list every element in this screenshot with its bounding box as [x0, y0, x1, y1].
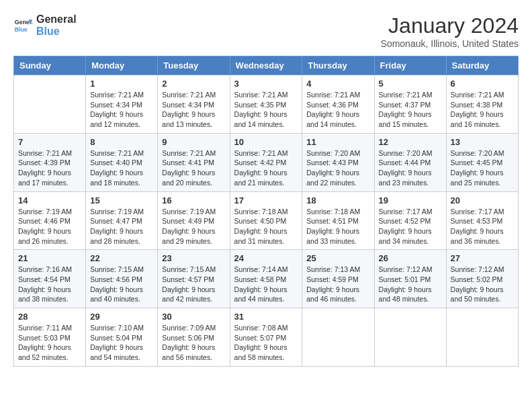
day-info: Sunrise: 7:11 AMSunset: 5:03 PMDaylight:… [18, 323, 81, 363]
day-number: 8 [90, 137, 153, 147]
calendar-cell: 23Sunrise: 7:15 AMSunset: 4:57 PMDayligh… [158, 250, 230, 308]
calendar-cell: 24Sunrise: 7:14 AMSunset: 4:58 PMDayligh… [230, 250, 302, 308]
calendar-cell: 8Sunrise: 7:21 AMSunset: 4:40 PMDaylight… [86, 133, 158, 191]
calendar-cell: 15Sunrise: 7:19 AMSunset: 4:47 PMDayligh… [86, 191, 158, 250]
calendar-cell: 1Sunrise: 7:21 AMSunset: 4:34 PMDaylight… [86, 75, 158, 134]
day-number: 31 [234, 312, 298, 322]
day-number: 18 [306, 195, 369, 205]
day-number: 9 [162, 137, 225, 147]
day-header-sunday: Sunday [14, 56, 86, 75]
calendar-week-3: 14Sunrise: 7:19 AMSunset: 4:46 PMDayligh… [14, 191, 519, 250]
day-info: Sunrise: 7:12 AMSunset: 5:01 PMDaylight:… [379, 265, 442, 304]
day-number: 30 [162, 312, 225, 322]
calendar-cell: 21Sunrise: 7:16 AMSunset: 4:54 PMDayligh… [14, 250, 86, 308]
day-number: 28 [18, 312, 81, 322]
logo-blue: Blue [36, 26, 77, 38]
day-info: Sunrise: 7:19 AMSunset: 4:49 PMDaylight:… [162, 207, 225, 246]
day-info: Sunrise: 7:10 AMSunset: 5:04 PMDaylight:… [90, 323, 153, 363]
day-number: 23 [162, 253, 225, 263]
day-number: 6 [451, 79, 514, 89]
calendar-cell: 2Sunrise: 7:21 AMSunset: 4:34 PMDaylight… [158, 75, 230, 134]
calendar-cell: 27Sunrise: 7:12 AMSunset: 5:02 PMDayligh… [446, 250, 518, 308]
calendar-cell: 29Sunrise: 7:10 AMSunset: 5:04 PMDayligh… [86, 308, 158, 367]
day-info: Sunrise: 7:21 AMSunset: 4:39 PMDaylight:… [18, 148, 81, 188]
day-number: 13 [451, 137, 514, 147]
logo-icon: General Blue [13, 16, 32, 35]
calendar-cell: 20Sunrise: 7:17 AMSunset: 4:53 PMDayligh… [446, 191, 518, 250]
calendar-cell [374, 308, 446, 367]
calendar-week-2: 7Sunrise: 7:21 AMSunset: 4:39 PMDaylight… [14, 133, 519, 191]
calendar-cell: 6Sunrise: 7:21 AMSunset: 4:38 PMDaylight… [446, 75, 518, 134]
day-info: Sunrise: 7:14 AMSunset: 4:58 PMDaylight:… [234, 265, 298, 304]
day-info: Sunrise: 7:20 AMSunset: 4:43 PMDaylight:… [306, 148, 369, 188]
day-number: 7 [18, 137, 81, 147]
calendar-cell: 31Sunrise: 7:08 AMSunset: 5:07 PMDayligh… [230, 308, 302, 367]
calendar-cell: 9Sunrise: 7:21 AMSunset: 4:41 PMDaylight… [158, 133, 230, 191]
day-number: 24 [234, 253, 298, 263]
day-info: Sunrise: 7:20 AMSunset: 4:44 PMDaylight:… [379, 148, 442, 188]
day-header-saturday: Saturday [446, 56, 518, 75]
calendar-cell: 12Sunrise: 7:20 AMSunset: 4:44 PMDayligh… [374, 133, 446, 191]
calendar-cell: 13Sunrise: 7:20 AMSunset: 4:45 PMDayligh… [446, 133, 518, 191]
calendar-cell: 16Sunrise: 7:19 AMSunset: 4:49 PMDayligh… [158, 191, 230, 250]
day-info: Sunrise: 7:08 AMSunset: 5:07 PMDaylight:… [234, 323, 298, 363]
calendar-cell: 25Sunrise: 7:13 AMSunset: 4:59 PMDayligh… [302, 250, 374, 308]
day-info: Sunrise: 7:15 AMSunset: 4:56 PMDaylight:… [90, 265, 153, 304]
calendar-cell [446, 308, 518, 367]
day-number: 11 [306, 137, 369, 147]
calendar-week-4: 21Sunrise: 7:16 AMSunset: 4:54 PMDayligh… [14, 250, 519, 308]
day-number: 1 [90, 79, 153, 89]
calendar-week-1: 1Sunrise: 7:21 AMSunset: 4:34 PMDaylight… [14, 75, 519, 134]
day-info: Sunrise: 7:09 AMSunset: 5:06 PMDaylight:… [162, 323, 225, 363]
day-number: 19 [379, 195, 442, 205]
day-number: 21 [18, 253, 81, 263]
day-header-friday: Friday [374, 56, 446, 75]
day-header-wednesday: Wednesday [230, 56, 302, 75]
calendar-cell: 19Sunrise: 7:17 AMSunset: 4:52 PMDayligh… [374, 191, 446, 250]
calendar-cell: 4Sunrise: 7:21 AMSunset: 4:36 PMDaylight… [302, 75, 374, 134]
day-info: Sunrise: 7:21 AMSunset: 4:35 PMDaylight:… [234, 90, 298, 130]
day-info: Sunrise: 7:21 AMSunset: 4:36 PMDaylight:… [306, 90, 369, 130]
day-info: Sunrise: 7:12 AMSunset: 5:02 PMDaylight:… [451, 265, 514, 304]
day-number: 5 [379, 79, 442, 89]
day-number: 10 [234, 137, 298, 147]
day-info: Sunrise: 7:21 AMSunset: 4:40 PMDaylight:… [90, 148, 153, 188]
day-number: 14 [18, 195, 81, 205]
page-header: General Blue General Blue January 2024 S… [13, 13, 519, 49]
calendar-cell: 10Sunrise: 7:21 AMSunset: 4:42 PMDayligh… [230, 133, 302, 191]
logo: General Blue General Blue [13, 13, 77, 37]
month-title: January 2024 [381, 13, 519, 38]
day-info: Sunrise: 7:21 AMSunset: 4:42 PMDaylight:… [234, 148, 298, 188]
day-number: 20 [451, 195, 514, 205]
calendar-cell: 11Sunrise: 7:20 AMSunset: 4:43 PMDayligh… [302, 133, 374, 191]
svg-text:Blue: Blue [15, 26, 28, 32]
calendar-cell: 7Sunrise: 7:21 AMSunset: 4:39 PMDaylight… [14, 133, 86, 191]
day-info: Sunrise: 7:21 AMSunset: 4:37 PMDaylight:… [379, 90, 442, 130]
day-info: Sunrise: 7:21 AMSunset: 4:34 PMDaylight:… [162, 90, 225, 130]
day-info: Sunrise: 7:17 AMSunset: 4:52 PMDaylight:… [379, 207, 442, 246]
calendar-week-5: 28Sunrise: 7:11 AMSunset: 5:03 PMDayligh… [14, 308, 519, 367]
day-number: 17 [234, 195, 298, 205]
day-number: 25 [306, 253, 369, 263]
calendar-cell: 17Sunrise: 7:18 AMSunset: 4:50 PMDayligh… [230, 191, 302, 250]
calendar-body: 1Sunrise: 7:21 AMSunset: 4:34 PMDaylight… [14, 75, 519, 367]
calendar-cell: 28Sunrise: 7:11 AMSunset: 5:03 PMDayligh… [14, 308, 86, 367]
calendar-cell: 30Sunrise: 7:09 AMSunset: 5:06 PMDayligh… [158, 308, 230, 367]
day-number: 26 [379, 253, 442, 263]
day-info: Sunrise: 7:21 AMSunset: 4:38 PMDaylight:… [451, 90, 514, 130]
day-info: Sunrise: 7:19 AMSunset: 4:46 PMDaylight:… [18, 207, 81, 246]
day-info: Sunrise: 7:17 AMSunset: 4:53 PMDaylight:… [451, 207, 514, 246]
day-info: Sunrise: 7:21 AMSunset: 4:41 PMDaylight:… [162, 148, 225, 188]
calendar-table: SundayMondayTuesdayWednesdayThursdayFrid… [13, 56, 519, 367]
day-number: 3 [234, 79, 298, 89]
calendar-cell: 14Sunrise: 7:19 AMSunset: 4:46 PMDayligh… [14, 191, 86, 250]
day-number: 4 [306, 79, 369, 89]
day-info: Sunrise: 7:15 AMSunset: 4:57 PMDaylight:… [162, 265, 225, 304]
day-number: 12 [379, 137, 442, 147]
day-header-thursday: Thursday [302, 56, 374, 75]
day-info: Sunrise: 7:13 AMSunset: 4:59 PMDaylight:… [306, 265, 369, 304]
day-number: 29 [90, 312, 153, 322]
calendar-cell: 5Sunrise: 7:21 AMSunset: 4:37 PMDaylight… [374, 75, 446, 134]
calendar-header-row: SundayMondayTuesdayWednesdayThursdayFrid… [14, 56, 519, 75]
title-block: January 2024 Somonauk, Illinois, United … [381, 13, 519, 49]
